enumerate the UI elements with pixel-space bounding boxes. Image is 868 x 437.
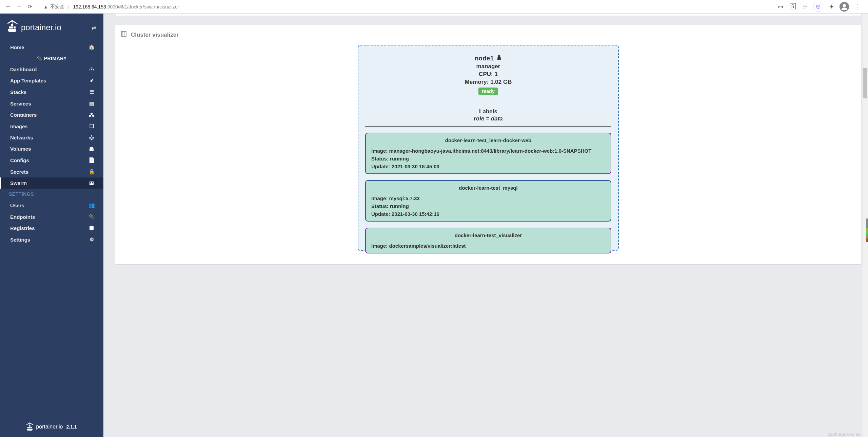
- svg-point-20: [124, 33, 125, 34]
- svg-rect-10: [90, 184, 91, 184]
- plug-icon: 🔌: [88, 214, 95, 220]
- svg-rect-9: [92, 182, 93, 183]
- reload-button[interactable]: ⟳: [26, 3, 34, 11]
- svg-rect-15: [29, 425, 31, 426]
- divider: [365, 104, 611, 104]
- main-content: Cluster visualizer node1 manager CPU: 1: [103, 14, 868, 437]
- menu-icon[interactable]: ⋮: [853, 3, 861, 11]
- scrollbar-thumb[interactable]: [863, 68, 867, 98]
- node-cpu: CPU: 1: [365, 71, 611, 78]
- url-host: 192.168.64.153: [73, 4, 106, 10]
- nav-networks[interactable]: Networks: [0, 132, 103, 143]
- task-card[interactable]: docker-learn-test_visualizer Image: dock…: [365, 228, 611, 253]
- sidebar-toggle-icon[interactable]: ⇄: [92, 24, 96, 31]
- cluster-node: node1 manager CPU: 1 Memory: 1.02 GB rea: [358, 45, 619, 251]
- browser-toolbar: ← → ⟳ ▲ 不安全 | 192.168.64.153:9000/#!/1/d…: [0, 0, 868, 14]
- settings-section-label: SETTINGS: [0, 189, 103, 200]
- brand-logo[interactable]: portainer.io: [7, 20, 61, 35]
- sidebar-header: portainer.io ⇄: [0, 14, 103, 41]
- nav-secrets[interactable]: Secrets 🔒: [0, 166, 103, 177]
- lock-icon: 🔒: [88, 169, 95, 175]
- url-path: /#!/1/docker/swarm/visualizer: [118, 4, 179, 10]
- nav-configs[interactable]: Configs 📄: [0, 154, 103, 166]
- svg-rect-3: [11, 26, 13, 28]
- svg-rect-18: [121, 32, 126, 36]
- divider: [365, 126, 611, 127]
- key-icon[interactable]: ⊶: [776, 3, 785, 11]
- swarm-icon: [88, 181, 95, 186]
- labels-heading: Labels: [365, 108, 611, 115]
- translate-icon[interactable]: 🄶: [789, 3, 797, 11]
- task-image: Image: mysql:5.7.33: [371, 195, 605, 201]
- plug-icon: 🔌: [37, 56, 43, 61]
- extension-cube-icon[interactable]: [813, 2, 823, 12]
- version-label: 2.1.1: [66, 424, 77, 430]
- nav-images[interactable]: Images ❐: [0, 120, 103, 132]
- security-warning: ▲ 不安全 |: [43, 4, 71, 10]
- watermark: CSDN @dengwei_dw: [828, 433, 861, 436]
- node-memory: Memory: 1.02 GB: [365, 79, 611, 86]
- svg-rect-2: [9, 26, 11, 28]
- visualizer-icon: [121, 31, 127, 39]
- nav-users[interactable]: Users 👥: [0, 200, 103, 211]
- node-title: node1: [365, 54, 611, 62]
- cluster-visualizer-panel: Cluster visualizer node1 manager CPU: 1: [115, 25, 861, 264]
- footer-brand[interactable]: portainer.io: [26, 422, 63, 432]
- nav-swarm[interactable]: Swarm: [0, 177, 103, 189]
- users-icon: 👥: [88, 202, 95, 208]
- nav-endpoints[interactable]: Endpoints 🔌: [0, 211, 103, 223]
- network-icon: [88, 135, 95, 140]
- color-strip: [866, 218, 868, 242]
- svg-rect-4: [11, 24, 13, 26]
- task-name: docker-learn-test_visualizer: [371, 232, 605, 238]
- nav-dashboard[interactable]: Dashboard: [0, 64, 103, 75]
- svg-rect-7: [90, 182, 94, 185]
- nav-home[interactable]: Home 🏠: [0, 41, 103, 53]
- task-status: Status: running: [371, 203, 605, 209]
- svg-rect-13: [27, 427, 29, 428]
- linux-icon: [496, 54, 502, 62]
- portainer-icon: [7, 20, 18, 35]
- task-name: docker-learn-test_learn-docker-web: [371, 137, 605, 143]
- svg-point-21: [122, 35, 123, 36]
- url-port: :9000: [106, 4, 118, 10]
- node-role: manager: [365, 63, 611, 70]
- svg-point-1: [843, 4, 846, 7]
- nav-app-templates[interactable]: App Templates: [0, 75, 103, 86]
- browser-actions: ⊶ 🄶 ☆ ✦ ⋮: [776, 2, 864, 12]
- star-icon[interactable]: ☆: [801, 3, 809, 11]
- task-name: docker-learn-test_mysql: [371, 185, 605, 191]
- svg-point-19: [122, 33, 123, 34]
- task-image: Image: dockersamples/visualizer:latest: [371, 243, 605, 249]
- list-alt-icon: ▤: [88, 100, 95, 107]
- file-icon: 📄: [88, 157, 95, 163]
- svg-rect-14: [29, 427, 31, 428]
- nav-services[interactable]: Services ▤: [0, 98, 103, 109]
- task-card[interactable]: docker-learn-test_mysql Image: mysql:5.7…: [365, 180, 611, 222]
- nav-settings[interactable]: Settings ⚙: [0, 234, 103, 245]
- panel-title: Cluster visualizer: [131, 32, 179, 38]
- extensions-icon[interactable]: ✦: [827, 3, 835, 11]
- node-header: node1 manager CPU: 1 Memory: 1.02 GB rea: [365, 52, 611, 100]
- forward-button[interactable]: →: [15, 3, 23, 11]
- panel-header: Cluster visualizer: [115, 25, 861, 45]
- address-bar[interactable]: ▲ 不安全 | 192.168.64.153:9000/#!/1/docker/…: [39, 2, 774, 12]
- nav-stacks[interactable]: Stacks ☰: [0, 86, 103, 98]
- nav-registries[interactable]: Registries: [0, 223, 103, 234]
- svg-rect-16: [31, 427, 32, 428]
- sidebar-nav: Home 🏠 🔌 PRIMARY Dashboard App Templates…: [0, 41, 103, 417]
- list-icon: ☰: [88, 89, 95, 95]
- hdd-icon: [88, 147, 95, 151]
- task-image: Image: manager-hongbaoyu-java.itheima.ne…: [371, 148, 605, 154]
- warning-icon: ▲: [43, 4, 48, 10]
- back-button[interactable]: ←: [4, 3, 12, 11]
- nav-containers[interactable]: Containers: [0, 109, 103, 120]
- node-status-badge: ready: [478, 88, 498, 95]
- task-update: Update: 2021-03-30 15:42:16: [371, 211, 605, 217]
- profile-avatar[interactable]: [840, 2, 849, 12]
- nav-volumes[interactable]: Volumes: [0, 143, 103, 154]
- sidebar: portainer.io ⇄ Home 🏠 🔌 PRIMARY Dashboar…: [0, 14, 103, 437]
- task-card[interactable]: docker-learn-test_learn-docker-web Image…: [365, 133, 611, 174]
- database-icon: [88, 226, 95, 231]
- rocket-icon: [88, 78, 95, 83]
